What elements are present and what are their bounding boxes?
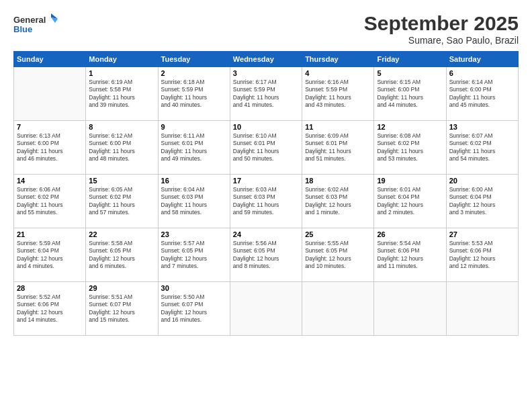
table-row: 21Sunrise: 5:59 AMSunset: 6:04 PMDayligh… <box>14 228 86 282</box>
day-info: Sunrise: 6:19 AMSunset: 5:58 PMDaylight:… <box>89 79 154 109</box>
table-row: 7Sunrise: 6:13 AMSunset: 6:00 PMDaylight… <box>14 121 86 175</box>
day-number: 10 <box>233 123 299 131</box>
day-info: Sunrise: 6:04 AMSunset: 6:03 PMDaylight:… <box>161 186 227 217</box>
day-info: Sunrise: 6:14 AMSunset: 6:00 PMDaylight:… <box>449 79 515 109</box>
day-number: 21 <box>17 230 83 238</box>
day-number: 17 <box>233 177 299 185</box>
table-row <box>374 282 446 336</box>
day-number: 8 <box>89 123 154 131</box>
table-row: 16Sunrise: 6:04 AMSunset: 6:03 PMDayligh… <box>158 175 230 228</box>
day-info: Sunrise: 6:08 AMSunset: 6:02 PMDaylight:… <box>377 132 443 163</box>
day-number: 27 <box>449 230 515 238</box>
table-row: 30Sunrise: 5:50 AMSunset: 6:07 PMDayligh… <box>158 282 230 336</box>
table-row: 13Sunrise: 6:07 AMSunset: 6:02 PMDayligh… <box>446 121 518 175</box>
page: General Blue September 2025 Sumare, Sao … <box>0 0 532 411</box>
table-row: 1Sunrise: 6:19 AMSunset: 5:58 PMDaylight… <box>86 67 158 121</box>
day-info: Sunrise: 5:52 AMSunset: 6:06 PMDaylight:… <box>17 293 83 324</box>
col-tuesday: Tuesday <box>158 52 230 67</box>
day-number: 29 <box>89 284 154 292</box>
table-row: 8Sunrise: 6:12 AMSunset: 6:00 PMDaylight… <box>86 121 158 175</box>
day-info: Sunrise: 6:16 AMSunset: 5:59 PMDaylight:… <box>305 79 371 109</box>
table-row: 5Sunrise: 6:15 AMSunset: 6:00 PMDaylight… <box>374 67 446 121</box>
day-number: 3 <box>233 69 299 77</box>
day-info: Sunrise: 5:59 AMSunset: 6:04 PMDaylight:… <box>17 240 83 271</box>
table-row: 22Sunrise: 5:58 AMSunset: 6:05 PMDayligh… <box>86 228 158 282</box>
day-number: 2 <box>161 69 227 77</box>
day-number: 24 <box>233 230 299 238</box>
day-info: Sunrise: 6:03 AMSunset: 6:03 PMDaylight:… <box>233 186 299 217</box>
table-row: 27Sunrise: 5:53 AMSunset: 6:06 PMDayligh… <box>446 228 518 282</box>
day-info: Sunrise: 5:53 AMSunset: 6:06 PMDaylight:… <box>449 240 515 271</box>
logo-icon: General Blue <box>13 12 60 39</box>
day-number: 18 <box>305 177 371 185</box>
day-number: 4 <box>305 69 371 77</box>
day-info: Sunrise: 6:07 AMSunset: 6:02 PMDaylight:… <box>449 132 515 163</box>
day-info: Sunrise: 6:10 AMSunset: 6:01 PMDaylight:… <box>233 132 299 163</box>
col-thursday: Thursday <box>302 52 374 67</box>
col-sunday: Sunday <box>14 52 86 67</box>
day-number: 9 <box>161 123 227 131</box>
table-row: 24Sunrise: 5:56 AMSunset: 6:05 PMDayligh… <box>230 228 302 282</box>
table-row: 20Sunrise: 6:00 AMSunset: 6:04 PMDayligh… <box>446 175 518 228</box>
day-number: 12 <box>377 123 443 131</box>
day-number: 13 <box>449 123 515 131</box>
table-row: 15Sunrise: 6:05 AMSunset: 6:02 PMDayligh… <box>86 175 158 228</box>
calendar-week-row: 1Sunrise: 6:19 AMSunset: 5:58 PMDaylight… <box>14 67 519 121</box>
table-row: 10Sunrise: 6:10 AMSunset: 6:01 PMDayligh… <box>230 121 302 175</box>
table-row: 6Sunrise: 6:14 AMSunset: 6:00 PMDaylight… <box>446 67 518 121</box>
day-info: Sunrise: 6:00 AMSunset: 6:04 PMDaylight:… <box>449 186 515 217</box>
month-title: September 2025 <box>364 12 519 35</box>
location: Sumare, Sao Paulo, Brazil <box>364 35 519 46</box>
day-number: 20 <box>449 177 515 185</box>
day-info: Sunrise: 5:54 AMSunset: 6:06 PMDaylight:… <box>377 240 443 271</box>
table-row: 19Sunrise: 6:01 AMSunset: 6:04 PMDayligh… <box>374 175 446 228</box>
day-number: 23 <box>161 230 227 238</box>
col-saturday: Saturday <box>446 52 518 67</box>
day-info: Sunrise: 6:11 AMSunset: 6:01 PMDaylight:… <box>161 132 227 163</box>
day-info: Sunrise: 6:17 AMSunset: 5:59 PMDaylight:… <box>233 79 299 109</box>
day-number: 16 <box>161 177 227 185</box>
table-row <box>230 282 302 336</box>
day-number: 28 <box>17 284 83 292</box>
day-info: Sunrise: 5:50 AMSunset: 6:07 PMDaylight:… <box>161 293 227 324</box>
col-monday: Monday <box>86 52 158 67</box>
header: General Blue September 2025 Sumare, Sao … <box>13 12 519 46</box>
day-number: 14 <box>17 177 83 185</box>
table-row: 11Sunrise: 6:09 AMSunset: 6:01 PMDayligh… <box>302 121 374 175</box>
day-number: 11 <box>305 123 371 131</box>
svg-text:General: General <box>13 15 46 25</box>
day-info: Sunrise: 6:05 AMSunset: 6:02 PMDaylight:… <box>89 186 154 217</box>
title-block: September 2025 Sumare, Sao Paulo, Brazil <box>364 12 519 46</box>
calendar-header-row: Sunday Monday Tuesday Wednesday Thursday… <box>14 52 519 67</box>
day-number: 6 <box>449 69 515 77</box>
col-friday: Friday <box>374 52 446 67</box>
logo: General Blue <box>13 12 60 39</box>
day-number: 7 <box>17 123 83 131</box>
day-number: 1 <box>89 69 154 77</box>
day-info: Sunrise: 6:13 AMSunset: 6:00 PMDaylight:… <box>17 132 83 163</box>
table-row: 18Sunrise: 6:02 AMSunset: 6:03 PMDayligh… <box>302 175 374 228</box>
table-row: 28Sunrise: 5:52 AMSunset: 6:06 PMDayligh… <box>14 282 86 336</box>
day-info: Sunrise: 5:51 AMSunset: 6:07 PMDaylight:… <box>89 293 154 324</box>
day-info: Sunrise: 6:09 AMSunset: 6:01 PMDaylight:… <box>305 132 371 163</box>
table-row <box>14 67 86 121</box>
table-row: 9Sunrise: 6:11 AMSunset: 6:01 PMDaylight… <box>158 121 230 175</box>
day-info: Sunrise: 5:55 AMSunset: 6:05 PMDaylight:… <box>305 240 371 271</box>
table-row <box>446 282 518 336</box>
table-row: 25Sunrise: 5:55 AMSunset: 6:05 PMDayligh… <box>302 228 374 282</box>
day-info: Sunrise: 6:02 AMSunset: 6:03 PMDaylight:… <box>305 186 371 217</box>
day-number: 19 <box>377 177 443 185</box>
day-info: Sunrise: 6:06 AMSunset: 6:02 PMDaylight:… <box>17 186 83 217</box>
svg-text:Blue: Blue <box>13 24 32 34</box>
table-row: 23Sunrise: 5:57 AMSunset: 6:05 PMDayligh… <box>158 228 230 282</box>
table-row <box>302 282 374 336</box>
day-info: Sunrise: 6:12 AMSunset: 6:00 PMDaylight:… <box>89 132 154 163</box>
col-wednesday: Wednesday <box>230 52 302 67</box>
day-info: Sunrise: 6:01 AMSunset: 6:04 PMDaylight:… <box>377 186 443 217</box>
day-info: Sunrise: 5:56 AMSunset: 6:05 PMDaylight:… <box>233 240 299 271</box>
day-number: 15 <box>89 177 154 185</box>
day-info: Sunrise: 5:58 AMSunset: 6:05 PMDaylight:… <box>89 240 154 271</box>
table-row: 17Sunrise: 6:03 AMSunset: 6:03 PMDayligh… <box>230 175 302 228</box>
day-number: 30 <box>161 284 227 292</box>
calendar: Sunday Monday Tuesday Wednesday Thursday… <box>13 51 519 336</box>
